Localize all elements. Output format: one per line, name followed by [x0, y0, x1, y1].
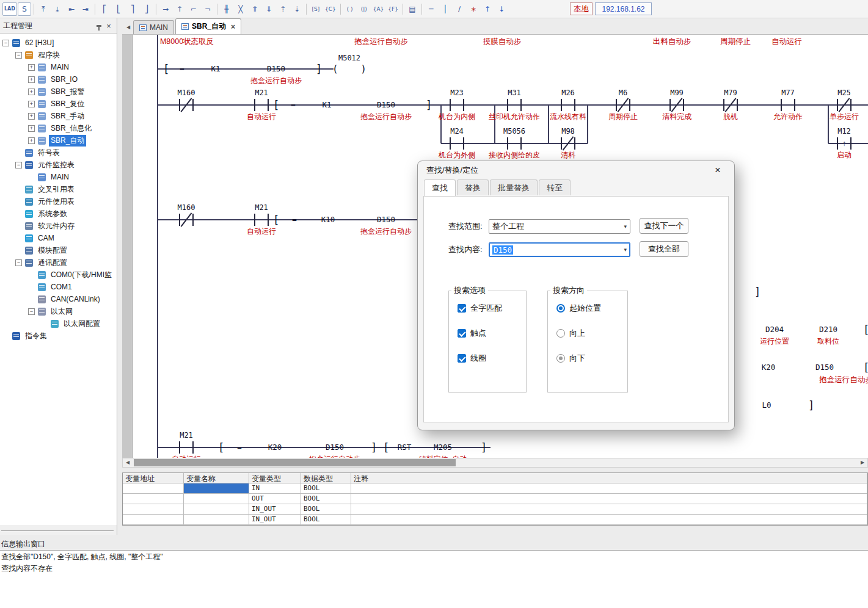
ladder-contact-M160[interactable]: M160 [179, 99, 194, 111]
contact-rising2-icon[interactable]: ⇡ [276, 2, 290, 16]
ladder-comment[interactable]: M8000状态取反 [160, 37, 214, 47]
tree-item-sbr-alarm[interactable]: +SBR_报警 [0, 85, 117, 98]
collapse-icon[interactable]: − [2, 40, 9, 46]
lad-view-icon[interactable]: LAD [2, 2, 17, 16]
ladder-symbol[interactable]: [ [863, 324, 868, 336]
table-row[interactable]: INBOOL [123, 483, 867, 494]
coil-checkbox[interactable]: 线圈 [458, 353, 526, 363]
scrollbar-thumb[interactable] [134, 459, 456, 466]
split-branch-icon[interactable]: ⎦ [140, 2, 153, 16]
table-cell[interactable]: BOOL [301, 494, 351, 504]
sbl-view-icon[interactable]: S [18, 2, 31, 16]
comment-icon[interactable]: ▤ [406, 2, 419, 16]
ladder-contact-M160[interactable]: M160 [179, 214, 194, 226]
contact-nc-icon[interactable]: ╳ [234, 2, 247, 16]
scroll-left-icon[interactable]: ◀ [123, 458, 133, 467]
ladder-operand-K10[interactable]: K10 [321, 215, 335, 224]
contact-falling2-icon[interactable]: ⇣ [290, 2, 304, 16]
collapse-icon[interactable]: − [28, 308, 35, 315]
start-position-radio[interactable]: 起始位置 [556, 303, 627, 313]
tree-item-device-memory[interactable]: 软元件内存 [0, 220, 117, 232]
move-up-icon[interactable]: ↑ [481, 2, 494, 16]
insert-row-icon[interactable]: ⤒ [37, 2, 50, 16]
ladder-symbol[interactable]: ] [316, 63, 322, 75]
ladder-operand-K20[interactable]: K20 [268, 443, 282, 452]
ladder-comment[interactable]: 摸膜自动步 [483, 37, 522, 47]
table-cell[interactable] [123, 494, 184, 504]
tree-item-sbr-info[interactable]: +SBR_信息化 [0, 122, 117, 134]
append-branch-icon[interactable]: ⎣ [112, 2, 125, 16]
table-cell[interactable] [123, 483, 184, 494]
ladder-symbol[interactable]: [ [383, 441, 389, 454]
expand-icon[interactable]: + [28, 113, 35, 120]
pin-icon[interactable] [94, 21, 104, 31]
ladder-contact-M21[interactable]: M21自动运行 [179, 441, 194, 454]
expand-icon[interactable]: + [28, 125, 35, 132]
tree-item-module-config[interactable]: 模块配置 [0, 244, 117, 256]
ladder-symbol[interactable]: ] [371, 441, 377, 454]
find-all-button[interactable]: 查找全部 [640, 241, 688, 257]
collapse-icon[interactable]: − [15, 162, 22, 168]
tab-sbr-auto[interactable]: SBR_自动× [175, 18, 241, 34]
ladder-contact-M6[interactable]: M6周期停止 [616, 99, 630, 111]
dialog-tab-find[interactable]: 查找 [424, 179, 456, 196]
tab-nav-left-button[interactable]: ◀ [123, 21, 133, 33]
draw-line-right-icon[interactable]: → [159, 2, 172, 16]
expand-icon[interactable]: + [28, 89, 35, 95]
table-cell[interactable]: IN_OUT [249, 515, 301, 525]
ladder-contact-M23[interactable]: M23机台为内侧 [450, 99, 464, 111]
ladder-contact-M77[interactable]: M77允许动作 [781, 99, 795, 111]
ladder-comment[interactable]: 出料自动步 [653, 37, 691, 47]
ladder-operand-=[interactable]: = [237, 443, 242, 452]
vline-icon[interactable]: │ [439, 2, 452, 16]
table-cell[interactable]: IN_OUT [249, 504, 301, 515]
horizontal-scrollbar[interactable]: ◀ ▶ [122, 458, 868, 468]
set-instruction-icon[interactable]: [S] [309, 2, 323, 16]
tree-item-sbr-reset[interactable]: +SBR_复位 [0, 98, 117, 110]
merge-branch-icon[interactable]: ⎤ [126, 2, 139, 16]
app-instruction-icon[interactable]: {A} [371, 2, 386, 16]
contact-no-icon[interactable]: ╫ [220, 2, 233, 16]
expand-icon[interactable]: + [28, 64, 35, 71]
ladder-symbol[interactable]: ] [754, 286, 760, 298]
ladder-operand-=[interactable]: = [180, 64, 184, 73]
delete-cell-icon[interactable]: ⇥ [79, 2, 92, 16]
down-radio[interactable]: 向下 [556, 353, 627, 363]
tree-item-ethernet[interactable]: −以太网 [0, 305, 117, 317]
collapse-icon[interactable]: − [15, 52, 22, 59]
table-cell[interactable]: OUT [249, 494, 301, 504]
ladder-contact-M25[interactable]: M25单步运行 [837, 99, 852, 111]
dialog-tab-replace[interactable]: 替换 [457, 179, 489, 195]
coil-icon[interactable]: ( ) [343, 2, 357, 16]
ladder-operand-D150[interactable]: D150抱盒运行自动步 [267, 64, 285, 73]
expand-icon[interactable]: + [28, 101, 35, 107]
tree-item-com1[interactable]: COM1 [0, 281, 117, 293]
table-row[interactable]: OUTBOOL [123, 494, 867, 504]
delete-all-wires-icon[interactable]: ∗ [467, 2, 480, 16]
insert-cell-icon[interactable]: ⇤ [65, 2, 78, 16]
draw-corner-up-icon[interactable]: ⌐ [187, 2, 200, 16]
tree-item-comm-config[interactable]: −通讯配置 [0, 256, 117, 269]
table-cell[interactable]: BOOL [301, 504, 351, 515]
tree-item-element-usage-table[interactable]: 元件使用表 [0, 195, 117, 208]
ladder-contact-M12[interactable]: ↑M12启动 [837, 137, 852, 150]
ladder-operand-D150[interactable]: D150抱盒运行自动步 [326, 443, 344, 452]
table-cell[interactable] [351, 515, 867, 525]
ladder-operand-D204[interactable]: D204运行位置 [765, 325, 784, 334]
tree-item-sbr-manual[interactable]: +SBR_手动 [0, 110, 117, 122]
column-header[interactable]: 变量地址 [123, 473, 184, 483]
hline-icon[interactable]: ─ [425, 2, 438, 16]
expand-icon[interactable]: + [28, 76, 35, 83]
ladder-comment[interactable]: 抱盒运行自动步 [819, 375, 868, 385]
ladder-operand-K1[interactable]: K1 [322, 100, 331, 109]
table-cell[interactable] [123, 504, 184, 515]
tree-item-cross-reference-table[interactable]: 交叉引用表 [0, 183, 117, 195]
draw-corner-down-icon[interactable]: ¬ [201, 2, 214, 16]
dialog-tab-goto[interactable]: 转至 [539, 179, 571, 195]
table-cell[interactable] [123, 515, 184, 525]
ladder-contact-M98[interactable]: M98清料 [561, 137, 575, 150]
table-cell[interactable] [351, 504, 867, 515]
table-cell[interactable] [184, 515, 249, 525]
find-next-button[interactable]: 查找下一个 [640, 218, 688, 234]
ladder-operand-K1[interactable]: K1 [211, 64, 220, 73]
